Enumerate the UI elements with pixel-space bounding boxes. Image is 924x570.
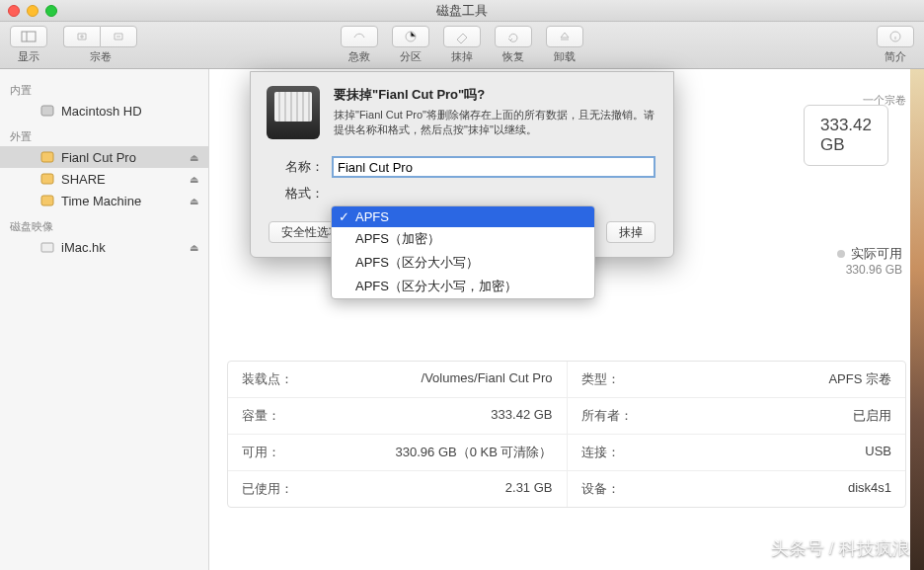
svg-rect-7 [41,243,53,252]
unmount-button[interactable] [546,26,583,47]
detail-value: 已启用 [853,407,891,425]
detail-value: 333.42 GB [491,407,552,425]
sidebar-item-share[interactable]: SHARE ⏏ [0,168,208,190]
volume-icon [267,86,320,139]
actual-value: 330.96 GB [837,263,902,277]
dropdown-item-apfs[interactable]: ✓APFS [332,206,594,227]
eject-icon[interactable]: ⏏ [190,242,198,253]
window-title: 磁盘工具 [0,2,924,20]
table-row: 已使用：2.31 GB 设备：disk4s1 [228,471,905,507]
dropdown-label: APFS [355,209,389,224]
firstaid-label: 急救 [348,49,370,64]
detail-key: 容量： [242,407,280,425]
external-disk-icon [39,171,55,187]
detail-key: 类型： [581,370,620,388]
dropdown-item-apfs-encrypted[interactable]: APFS（加密） [332,227,594,251]
sidebar-item-label: SHARE [61,172,106,187]
background-strip [910,69,924,570]
detail-key: 所有者： [581,407,633,425]
dmg-icon [39,239,55,255]
sidebar-item-macintosh-hd[interactable]: Macintosh HD [0,100,208,122]
detail-key: 设备： [581,480,620,498]
actual-available: 实际可用 330.96 GB [837,245,902,277]
format-select[interactable] [332,183,655,204]
detail-key: 装载点： [242,370,293,388]
sidebar-head-external: 外置 [0,122,208,146]
svg-rect-6 [41,196,53,205]
eject-icon[interactable]: ⏏ [190,196,198,206]
dot-icon [837,250,845,258]
titlebar: 磁盘工具 [0,0,924,22]
partition-button[interactable] [392,26,429,47]
dropdown-item-apfs-case-encrypted[interactable]: APFS（区分大小写，加密） [332,275,594,298]
size-box-wrap: 333.42 GB 一个宗卷 [863,87,906,108]
erase-button[interactable] [443,26,481,47]
svg-rect-3 [41,106,53,116]
erase-confirm-button[interactable]: 抹掉 [606,221,655,243]
external-disk-icon [39,149,55,165]
table-row: 可用：330.96 GB（0 KB 可清除） 连接：USB [228,435,905,471]
dialog-message: 抹掉"Fianl Cut Pro"将删除储存在上面的所有数据，且无法撤销。请提供… [334,108,657,138]
actual-label: 实际可用 [851,245,902,263]
svg-rect-4 [41,152,53,162]
view-button[interactable] [10,26,47,47]
sidebar-item-time-machine[interactable]: Time Machine ⏏ [0,190,208,211]
external-disk-icon [39,193,55,208]
dropdown-label: APFS（区分大小写，加密） [355,279,517,293]
detail-value: APFS 宗卷 [828,370,891,388]
erase-label: 抹掉 [451,49,473,64]
restore-label: 恢复 [502,49,524,64]
volume-label: 宗卷 [90,49,112,64]
detail-value: disk4s1 [848,480,891,498]
table-row: 装载点：/Volumes/Fianl Cut Pro 类型：APFS 宗卷 [228,362,905,398]
view-label: 显示 [18,49,39,64]
sidebar-item-label: iMac.hk [61,240,106,255]
dialog-heading: 要抹掉"Fianl Cut Pro"吗? [334,86,657,104]
volume-size: 333.42 GB [804,105,888,166]
sidebar-head-images: 磁盘映像 [0,211,208,236]
sidebar: 内置 Macintosh HD 外置 Fianl Cut Pro ⏏ SHARE… [0,69,209,570]
format-label: 格式： [269,185,324,203]
sidebar-item-label: Macintosh HD [61,104,142,119]
detail-value: USB [865,444,891,461]
detail-key: 已使用： [242,480,293,498]
eject-icon[interactable]: ⏏ [190,174,198,185]
unmount-label: 卸载 [554,49,576,64]
volume-seg [63,26,137,47]
restore-button[interactable] [495,26,532,47]
sidebar-item-label: Time Machine [61,194,141,208]
volume-remove-button[interactable] [100,26,137,47]
check-icon: ✓ [339,209,349,224]
name-input[interactable] [332,156,655,178]
dropdown-label: APFS（区分大小写） [355,255,479,270]
sidebar-head-internal: 内置 [0,75,208,100]
dropdown-label: APFS（加密） [355,231,440,246]
sidebar-item-imac-hk[interactable]: iMac.hk ⏏ [0,236,208,258]
name-label: 名称： [269,158,324,176]
info-button[interactable] [877,26,914,47]
sidebar-item-fianl-cut-pro[interactable]: Fianl Cut Pro ⏏ [0,146,208,168]
detail-value: 330.96 GB（0 KB 可清除） [396,444,553,461]
detail-value: 2.31 GB [505,480,553,498]
svg-rect-5 [41,174,53,184]
dropdown-item-apfs-case[interactable]: APFS（区分大小写） [332,251,594,275]
table-row: 容量：333.42 GB 所有者：已启用 [228,398,905,435]
volume-add-button[interactable] [63,26,100,47]
sidebar-item-label: Fianl Cut Pro [61,150,136,165]
detail-value: /Volumes/Fianl Cut Pro [422,370,553,388]
info-label: 简介 [885,49,906,64]
details-table: 装载点：/Volumes/Fianl Cut Pro 类型：APFS 宗卷 容量… [227,361,906,508]
detail-key: 连接： [581,444,620,461]
watermark: 头条号 / 科技疯浪 [771,536,910,560]
svg-rect-0 [22,32,36,41]
partition-label: 分区 [400,49,422,64]
firstaid-button[interactable] [341,26,378,47]
format-dropdown: ✓APFS APFS（加密） APFS（区分大小写） APFS（区分大小写，加密… [331,205,595,299]
toolbar-center: 急救 分区 抹掉 恢复 卸载 [341,26,583,64]
detail-key: 可用： [242,444,280,461]
toolbar: 显示 宗卷 急救 分区 抹掉 恢复 卸载 简介 [0,22,924,69]
eject-icon[interactable]: ⏏ [190,152,198,163]
disk-icon [39,103,55,119]
